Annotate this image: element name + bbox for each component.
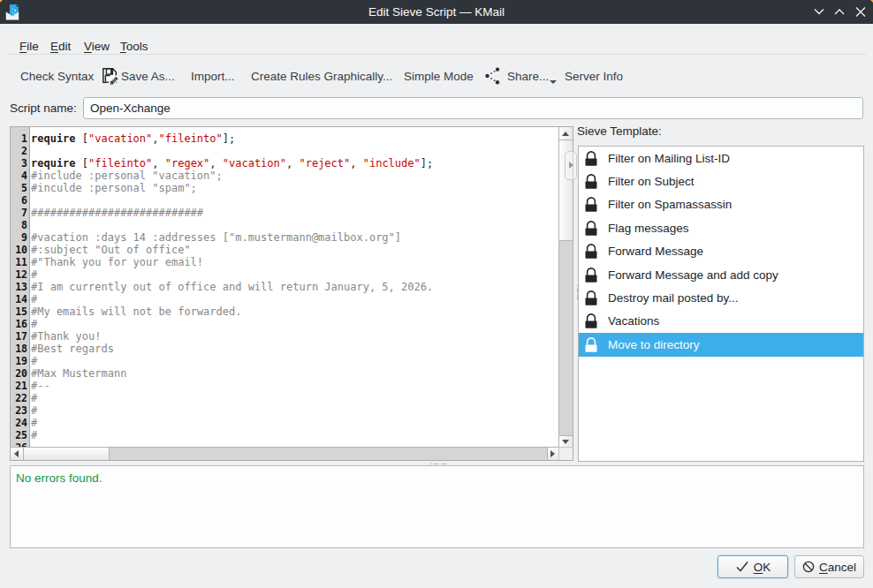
line-number: 15 xyxy=(11,305,27,318)
ok-button-label: OK xyxy=(754,561,771,574)
line-number: 25 xyxy=(11,429,27,441)
window-title: Edit Sieve Script — KMail xyxy=(0,0,873,24)
toolbar-server-info[interactable]: Server Info xyxy=(565,70,623,84)
splitter-collapse-handle[interactable] xyxy=(565,151,577,180)
scroll-up-button[interactable] xyxy=(559,127,573,140)
toolbar-check-syntax[interactable]: Check Syntax xyxy=(20,70,94,84)
scroll-up-arrow-icon xyxy=(562,132,569,136)
menu-edit[interactable]: Edit xyxy=(50,40,71,54)
share-dropdown-caret[interactable] xyxy=(550,80,557,84)
cancel-button[interactable]: Cancel xyxy=(794,555,864,578)
lock-icon xyxy=(585,173,597,190)
line-number: 10 xyxy=(11,244,27,256)
share-icon[interactable] xyxy=(484,67,500,85)
sieve-template-list[interactable]: Filter on Mailing List-IDFilter on Subje… xyxy=(578,146,864,462)
code-line[interactable]: #-- xyxy=(31,380,558,392)
template-item[interactable]: Vacations xyxy=(579,310,863,333)
menubar: File Edit View Tools xyxy=(0,24,873,54)
template-item[interactable]: Move to directory xyxy=(579,333,863,356)
toolbar-create-rules[interactable]: Create Rules Graphically... xyxy=(251,70,392,84)
template-item-label: Vacations xyxy=(608,314,659,328)
code-line[interactable]: # xyxy=(31,293,558,305)
template-item[interactable]: Destroy mail posted by... xyxy=(579,286,863,309)
syntax-result-box[interactable]: No errors found. xyxy=(10,465,864,548)
maximize-button[interactable] xyxy=(829,0,850,24)
code-line[interactable]: #:subject "Out of office" xyxy=(31,244,558,256)
save-as-icon[interactable] xyxy=(102,68,118,85)
horizontal-splitter-handle[interactable] xyxy=(431,464,446,464)
template-item[interactable]: Filter on Mailing List-ID xyxy=(579,147,863,170)
code-line[interactable]: # xyxy=(31,355,558,367)
code-line[interactable] xyxy=(31,441,558,443)
grip-dot xyxy=(445,464,446,464)
close-button[interactable] xyxy=(850,0,871,24)
ok-button[interactable]: OK xyxy=(717,555,788,578)
lock-icon xyxy=(585,150,597,167)
code-line[interactable]: #My emails will not be forwarded. xyxy=(31,305,558,318)
template-item[interactable]: Forward Message xyxy=(579,240,863,263)
toolbar-share[interactable]: Share... xyxy=(507,70,549,84)
code-line[interactable] xyxy=(31,194,558,207)
code-line[interactable] xyxy=(31,219,558,231)
code-line[interactable] xyxy=(31,145,558,157)
collapse-arrow-icon xyxy=(569,162,573,169)
line-number: 5 xyxy=(11,182,27,194)
code-line[interactable]: # xyxy=(31,392,558,404)
script-name-input[interactable]: Open-Xchange xyxy=(83,97,863,119)
code-line[interactable]: # xyxy=(31,417,558,429)
line-number: 13 xyxy=(11,281,27,293)
code-line[interactable]: #"Thank you for your email! xyxy=(31,256,558,268)
minimize-button[interactable] xyxy=(808,0,830,24)
code-line[interactable]: #Thank you! xyxy=(31,330,558,343)
template-item-label: Filter on Spamassassin xyxy=(608,198,732,211)
grip-dot xyxy=(431,464,432,464)
template-item[interactable]: Filter on Spamassassin xyxy=(579,193,863,216)
code-line[interactable]: #inculde :personal "spam"; xyxy=(31,182,558,194)
template-item-label: Filter on Mailing List-ID xyxy=(608,152,730,165)
template-item[interactable]: Flag messages xyxy=(579,216,863,239)
code-area[interactable]: require ["vacation","fileinto"]; require… xyxy=(31,132,558,443)
menu-file[interactable]: File xyxy=(19,40,39,54)
titlebar[interactable]: Edit Sieve Script — KMail xyxy=(0,0,873,24)
editor-vertical-scrollbar[interactable] xyxy=(558,127,573,447)
code-line[interactable]: ########################### xyxy=(31,207,558,219)
code-line[interactable]: # xyxy=(31,268,558,281)
code-line[interactable]: #Max Mustermann xyxy=(31,367,558,380)
template-item-label: Flag messages xyxy=(608,222,689,235)
scroll-left-button[interactable] xyxy=(11,448,24,460)
edit-sieve-script-dialog: { "window": { "title": "Edit Sieve Scrip… xyxy=(0,0,873,588)
scroll-left-arrow-icon xyxy=(14,450,19,457)
code-line[interactable]: require ["fileinto", "regex", "vacation"… xyxy=(31,157,558,170)
scroll-right-button[interactable] xyxy=(547,448,558,460)
line-number: 18 xyxy=(11,343,27,355)
menu-view[interactable]: View xyxy=(84,40,110,54)
template-item[interactable]: Forward Message and add copy xyxy=(579,263,863,286)
code-line[interactable]: #vacation :days 14 :addresses ["m.muster… xyxy=(31,231,558,244)
status-message: No errors found. xyxy=(16,471,102,486)
horizontal-scroll-thumb[interactable] xyxy=(24,448,110,460)
scroll-down-button[interactable] xyxy=(559,435,573,447)
template-item[interactable]: Filter on Subject xyxy=(579,170,863,192)
grip-dot xyxy=(443,464,444,464)
toolbar-import[interactable]: Import... xyxy=(191,70,235,84)
lock-icon xyxy=(585,220,597,237)
code-line[interactable]: # xyxy=(31,404,558,417)
line-number: 2 xyxy=(11,145,27,157)
code-line[interactable]: #Best regards xyxy=(31,343,558,355)
sieve-code-editor[interactable]: 1234567891011121314151617181920212223242… xyxy=(10,126,573,461)
code-line[interactable]: require ["vacation","fileinto"]; xyxy=(31,132,558,145)
line-number: 24 xyxy=(11,417,27,429)
code-line[interactable]: # xyxy=(31,318,558,330)
toolbar-simple-mode[interactable]: Simple Mode xyxy=(404,70,474,84)
toolbar-save-as[interactable]: Save As... xyxy=(121,70,175,84)
line-number: 21 xyxy=(11,380,27,392)
lock-icon xyxy=(585,313,597,329)
line-number: 11 xyxy=(11,256,27,268)
code-line[interactable]: #I am currently out of office and will r… xyxy=(31,281,558,293)
editor-horizontal-scrollbar[interactable] xyxy=(11,447,558,460)
menu-tools[interactable]: Tools xyxy=(120,40,148,54)
grip-dot xyxy=(434,464,435,464)
lock-icon xyxy=(585,243,597,260)
code-line[interactable]: # xyxy=(31,429,558,441)
code-line[interactable]: #include :personal "vacation"; xyxy=(31,170,558,182)
